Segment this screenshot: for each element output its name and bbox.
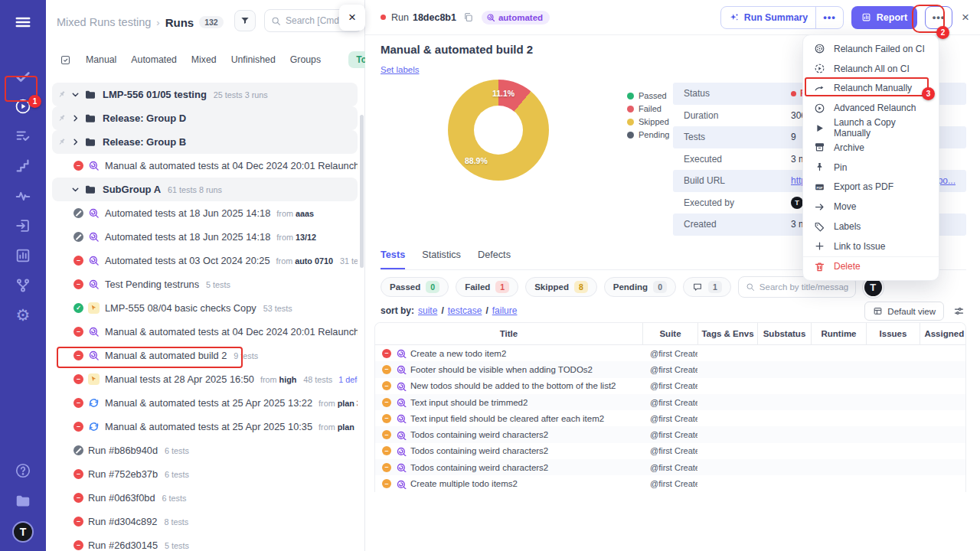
column-header-substatus[interactable]: Substatus — [757, 323, 811, 344]
import-icon[interactable] — [0, 213, 46, 239]
copy-icon[interactable] — [462, 11, 474, 23]
menu-item-launch-a-copy-manually[interactable]: Launch a Copy Manually — [803, 118, 939, 138]
chevron-down-icon[interactable] — [70, 184, 80, 194]
runs-filter-tab-mixed[interactable]: Mixed — [191, 54, 217, 65]
sort-by-suite[interactable]: suite — [418, 305, 437, 316]
more-actions-button[interactable]: ••• — [925, 6, 952, 29]
run-list-item[interactable]: –Run #d304c8928 tests — [52, 510, 358, 533]
runs-filter-tab-groups[interactable]: Groups — [290, 54, 321, 65]
sort-by-testcase[interactable]: testcase — [448, 305, 482, 316]
defects-link[interactable]: 1 defects — [338, 375, 358, 384]
automated-badge[interactable]: automated — [482, 11, 550, 24]
menu-item-advanced-relaunch[interactable]: Advanced Relaunch — [803, 98, 939, 118]
chip-pending[interactable]: Pending0 — [604, 277, 676, 297]
run-list-item[interactable]: –Automated tests at 03 Oct 2024 20:25fro… — [52, 249, 358, 272]
menu-item-link-to-issue[interactable]: Link to Issue — [803, 236, 939, 256]
menu-item-relaunch-manually[interactable]: Relaunch Manually — [803, 79, 939, 99]
set-labels-link[interactable]: Set labels — [381, 65, 420, 74]
table-row[interactable]: –Todos containing weird characters2@firs… — [375, 443, 965, 459]
chip-failed[interactable]: Failed1 — [456, 277, 518, 297]
tab-defects[interactable]: Defects — [478, 249, 511, 269]
help-icon[interactable] — [0, 458, 46, 484]
table-row[interactable]: –Create a new todo item2@first Create ..… — [375, 345, 965, 361]
report-button[interactable]: Report — [851, 6, 917, 29]
table-row[interactable]: –Todos containing weird characters2@firs… — [375, 426, 965, 442]
run-list-item[interactable]: –Test Pending testruns5 tests — [52, 272, 358, 296]
runs-filter-tab-automated[interactable]: Automated — [131, 54, 176, 65]
run-list-item[interactable]: –Manual & automated tests at 04 Dec 2024… — [52, 320, 358, 344]
settings-gear-icon[interactable]: ⚙ — [0, 302, 46, 328]
runs-filter-tab-manual[interactable]: Manual — [86, 54, 116, 65]
column-header-runtime[interactable]: Runtime — [811, 323, 866, 344]
chip-passed[interactable]: Passed0 — [381, 277, 449, 297]
close-run-detail-button[interactable]: × — [962, 10, 969, 25]
menu-icon[interactable] — [0, 9, 46, 35]
chip-skipped[interactable]: Skipped8 — [525, 277, 597, 297]
column-header-issues[interactable]: Issues — [866, 323, 920, 344]
breadcrumb-page[interactable]: Runs — [165, 16, 194, 29]
menu-item-labels[interactable]: Labels — [803, 217, 939, 236]
scrollbar-thumb[interactable] — [360, 115, 364, 268]
milestones-steps-icon[interactable] — [0, 153, 46, 179]
menu-item-relaunch-failed-on-ci[interactable]: Relaunch Failed on CI — [803, 39, 939, 59]
table-row[interactable]: –Create multiple todo items2@first Creat… — [375, 475, 965, 491]
run-list-item[interactable]: ✓LMP-555 08/04 basic checks Copy53 tests — [52, 296, 358, 320]
run-list-item[interactable]: Run #b86b940d6 tests — [52, 439, 358, 462]
panel-close-button[interactable]: × — [339, 5, 365, 31]
filter-button[interactable] — [234, 10, 256, 31]
table-row[interactable]: –Text input field should be cleared afte… — [375, 410, 965, 426]
menu-item-archive[interactable]: Archive — [803, 138, 939, 158]
menu-item-move[interactable]: Move — [803, 197, 939, 217]
run-list-item[interactable]: –Manual & automated tests at 04 Dec 2024… — [52, 154, 358, 178]
projects-folder-icon[interactable] — [0, 488, 46, 514]
run-list-item[interactable]: –Run #0d63f0bd6 tests — [52, 486, 358, 510]
check-icon[interactable] — [0, 64, 46, 90]
tab-tests[interactable]: Tests — [381, 249, 405, 269]
table-row[interactable]: –Todos containing weird characters2@firs… — [375, 459, 965, 475]
run-list-item[interactable]: –Manual & automated tests at 25 Apr 2025… — [52, 415, 358, 439]
menu-item-relaunch-all-on-ci[interactable]: Relaunch All on CI — [803, 59, 939, 79]
sort-by-failure[interactable]: failure — [492, 305, 518, 316]
activity-pulse-icon[interactable] — [0, 183, 46, 209]
chevron-right-icon[interactable] — [70, 137, 80, 147]
column-header-tags-envs[interactable]: Tags & Envs — [697, 323, 757, 344]
menu-item-pin[interactable]: Pin — [803, 158, 939, 178]
table-row[interactable]: –New todos should be added to the bottom… — [375, 378, 965, 394]
build-url-link-end[interactable]: po... — [938, 175, 956, 186]
column-header-suite[interactable]: Suite — [642, 323, 697, 344]
run-list-item[interactable]: –Manual tests at 28 Apr 2025 16:50from h… — [52, 367, 358, 391]
user-avatar[interactable]: T — [0, 519, 46, 545]
select-all-icon[interactable] — [60, 54, 71, 66]
chip-comments[interactable]: 1 — [683, 277, 731, 297]
menu-item-export-as-pdf[interactable]: PDFExport as PDF — [803, 178, 939, 197]
runs-filter-tab-today[interactable]: To — [348, 51, 365, 68]
run-list-item[interactable]: –Manual & automated build 29 tests — [52, 344, 358, 367]
table-row[interactable]: –Footer should be visible when adding TO… — [375, 361, 965, 377]
runs-play-icon[interactable] — [0, 93, 46, 119]
run-list-item[interactable]: –Manual & automated tests at 25 Apr 2025… — [52, 391, 358, 415]
run-group-row[interactable]: SubGroup A61 tests 8 runs — [52, 178, 358, 201]
tests-search-input[interactable] — [760, 282, 848, 292]
test-plans-icon[interactable] — [0, 123, 46, 149]
run-summary-more-button[interactable]: ••• — [815, 7, 843, 28]
run-group-row[interactable]: Release: Group D — [52, 106, 358, 130]
tab-statistics[interactable]: Statistics — [422, 249, 461, 269]
default-view-button[interactable]: Default view — [864, 302, 944, 321]
run-list-item[interactable]: Automated tests at 18 Jun 2025 14:18from… — [52, 201, 358, 225]
chevron-down-icon[interactable] — [70, 90, 80, 99]
run-group-row[interactable]: Release: Group B — [52, 130, 358, 154]
column-settings-icon[interactable] — [953, 305, 965, 317]
run-list-item[interactable]: Automated tests at 18 Jun 2025 14:18from… — [52, 225, 358, 249]
breadcrumb-project[interactable]: Mixed Runs testing — [57, 16, 151, 28]
branches-icon[interactable] — [0, 272, 46, 298]
runs-filter-tab-unfinished[interactable]: Unfinished — [231, 54, 276, 65]
analytics-chart-icon[interactable] — [0, 243, 46, 269]
menu-item-delete[interactable]: Delete — [803, 256, 939, 276]
column-header-title[interactable]: Title — [375, 323, 642, 344]
column-header-assigned-to[interactable]: Assigned To — [920, 323, 966, 344]
table-row[interactable]: –Text input should be trimmed2@first Cre… — [375, 394, 965, 410]
run-list-item[interactable]: –Run #752eb37b6 tests — [52, 462, 358, 486]
run-list-item[interactable]: –Run #26d301455 tests — [52, 533, 358, 551]
chevron-right-icon[interactable] — [70, 113, 80, 123]
run-group-row[interactable]: LMP-556 01/05 testing25 tests 3 runs — [52, 83, 358, 106]
